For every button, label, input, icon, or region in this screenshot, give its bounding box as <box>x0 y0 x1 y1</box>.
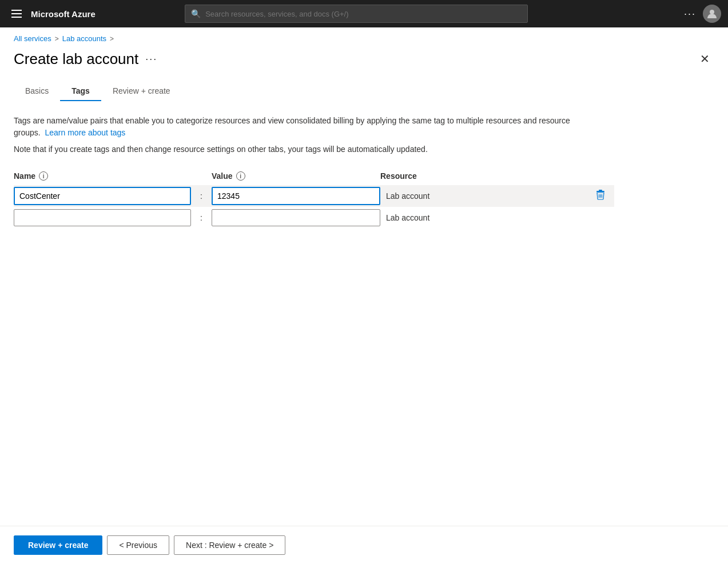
tab-basics[interactable]: Basics <box>14 82 60 101</box>
learn-more-link[interactable]: Learn more about tags <box>45 128 125 137</box>
search-icon: 🔍 <box>191 9 201 18</box>
tag-name-input-1[interactable] <box>14 187 191 205</box>
col-header-value: Value i <box>212 171 380 181</box>
tab-tags[interactable]: Tags <box>60 82 101 101</box>
review-create-button[interactable]: Review + create <box>14 535 102 555</box>
nav-more-icon[interactable]: ··· <box>684 8 696 20</box>
tab-review-create[interactable]: Review + create <box>101 82 182 101</box>
breadcrumb-all-services[interactable]: All services <box>14 34 51 43</box>
note-text: Note that if you create tags and then ch… <box>14 143 586 155</box>
page-header: Create lab account ··· ✕ <box>0 43 728 68</box>
top-navigation: Microsoft Azure 🔍 ··· <box>0 0 728 27</box>
avatar[interactable] <box>703 5 721 23</box>
tab-bar: Basics Tags Review + create <box>0 68 728 101</box>
main-content: All services > Lab accounts > Create lab… <box>0 27 728 564</box>
page-header-left: Create lab account ··· <box>14 50 157 68</box>
brand-name: Microsoft Azure <box>31 9 96 19</box>
tag-separator-2: : <box>191 213 212 222</box>
tag-resource-1: Lab account <box>380 185 614 207</box>
breadcrumb-sep-1: > <box>55 35 59 43</box>
tags-table-header: Name i Value i Resource <box>14 169 614 185</box>
breadcrumb-lab-accounts[interactable]: Lab accounts <box>62 34 106 43</box>
col-header-name: Name i <box>14 171 191 181</box>
table-row: : Lab account <box>14 209 614 226</box>
name-info-icon[interactable]: i <box>39 171 48 181</box>
search-bar: 🔍 <box>185 5 528 23</box>
tags-table: Name i Value i Resource : Lab account <box>14 169 614 226</box>
page-header-more-icon[interactable]: ··· <box>145 53 157 65</box>
tag-value-input-2[interactable] <box>212 209 380 226</box>
value-info-icon[interactable]: i <box>236 171 245 181</box>
close-button[interactable]: ✕ <box>695 50 714 68</box>
nav-right: ··· <box>684 5 721 23</box>
col-header-resource: Resource <box>380 171 614 181</box>
hamburger-menu[interactable] <box>7 5 26 22</box>
delete-tag-button-1[interactable] <box>592 189 608 203</box>
svg-rect-2 <box>596 191 604 192</box>
tag-name-input-2[interactable] <box>14 209 191 226</box>
table-row: : Lab account <box>14 185 614 207</box>
breadcrumb: All services > Lab accounts > <box>0 27 728 43</box>
search-input[interactable] <box>205 10 522 18</box>
description-text: Tags are name/value pairs that enable yo… <box>14 115 586 139</box>
tag-value-input-1[interactable] <box>212 187 380 205</box>
tag-separator-1: : <box>191 191 212 201</box>
breadcrumb-sep-2: > <box>110 35 114 43</box>
svg-point-0 <box>710 10 714 14</box>
tab-content: Tags are name/value pairs that enable yo… <box>0 101 728 526</box>
previous-button[interactable]: < Previous <box>107 535 169 555</box>
next-button[interactable]: Next : Review + create > <box>174 535 285 555</box>
page-title: Create lab account <box>14 50 138 68</box>
bottom-bar: Review + create < Previous Next : Review… <box>0 526 728 564</box>
tag-resource-2: Lab account <box>380 210 614 226</box>
svg-rect-1 <box>599 190 602 191</box>
